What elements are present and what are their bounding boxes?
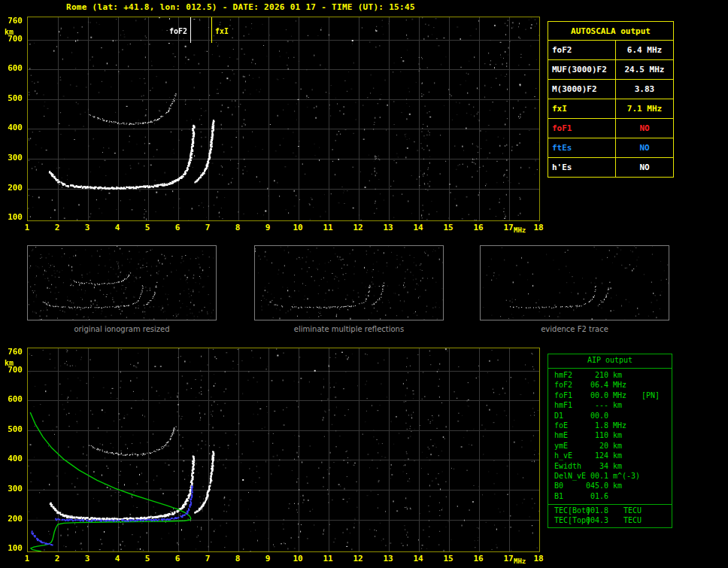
x-tick-label: 6 [170, 554, 185, 563]
x-tick-label: 16 [471, 223, 486, 232]
ionogram-plot-bottom [27, 348, 540, 552]
autoscala-row: foF1NO [548, 119, 674, 138]
aip-output-panel: AIP output hmF2210kmfoF206.4MHzfoF100.0M… [548, 354, 672, 528]
thumbnail-canvas-f2 [481, 246, 669, 320]
y-tick-label: 400 [0, 454, 23, 463]
aip-param-value: 00.0 [581, 391, 608, 399]
x-tick-label: 2 [50, 223, 65, 232]
aip-param-value: --- [581, 401, 608, 409]
aip-panel-title: AIP output [548, 354, 672, 369]
autoscala-output-table: AUTOSCALA outputfoF26.4 MHzMUF(3000)F224… [548, 21, 674, 178]
x-tick-label: 12 [350, 554, 366, 563]
aip-row: D100.0 [548, 412, 672, 421]
x-tick-label: 10 [290, 223, 305, 232]
autoscala-table-title: AUTOSCALA output [548, 22, 674, 41]
x-tick-label: 5 [140, 554, 155, 563]
x-tick-label: 4 [110, 223, 125, 232]
thumbnail-caption-cleaned: eliminate multiple reflections [254, 325, 444, 333]
x-tick-label: 5 [140, 223, 155, 232]
aip-param-value: 045.0 [581, 481, 608, 490]
aip-param-name: hmF1 [554, 401, 572, 409]
y-tick-label: 300 [0, 153, 23, 163]
aip-param-unit: m^(-3) [613, 472, 640, 480]
y-axis-unit-label: km [5, 28, 14, 36]
aip-param-name: h_vE [554, 451, 572, 460]
autoscala-row: ftEsNO [548, 138, 674, 158]
x-tick-label: 15 [441, 223, 456, 232]
y-tick-label: 500 [0, 94, 23, 103]
y-tick-label: 200 [0, 515, 23, 524]
thumbnail-f2-trace-evidence [480, 245, 669, 320]
aip-param-unit: km [613, 451, 622, 460]
autoscala-row: MUF(3000)F224.5 MHz [548, 60, 674, 80]
x-tick-label: 18 [531, 554, 546, 563]
aip-param-value: 110 [581, 431, 608, 439]
aip-param-name: hmF2 [554, 371, 572, 379]
parameter-value: 6.4 MHz [616, 41, 674, 60]
aip-param-name: foF1 [554, 391, 572, 399]
aip-param-value: 210 [581, 371, 608, 379]
thumbnail-original-ionogram [27, 245, 217, 320]
thumbnail-canvas-cleaned [255, 246, 443, 320]
aip-param-value: 34 [581, 462, 608, 470]
y-tick-label: 600 [0, 64, 23, 73]
station-date-title: Rome (lat: +41.8, lon: 012.5) - DATE: 20… [66, 2, 415, 12]
ionogram-canvas-top [28, 17, 539, 220]
x-tick-label: 11 [320, 554, 335, 563]
y-tick-label: 400 [0, 123, 23, 132]
parameter-label: foF1 [548, 119, 616, 138]
aip-param-name: hmE [554, 431, 568, 439]
aip-param-value: 06.4 [581, 381, 608, 389]
fxi-marker-label: fxI [215, 27, 229, 35]
aip-row: foF100.0MHz[PN] [548, 391, 672, 401]
autoscala-window: Rome (lat: +41.8, lon: 012.5) - DATE: 20… [0, 0, 728, 568]
aip-param-unit: MHz [613, 391, 626, 399]
aip-row: foE1.8MHz [548, 421, 672, 431]
aip-param-value: 124 [581, 451, 608, 460]
aip-tec-rows: TEC[Bot]001.8TECUTEC[Top]004.3TECU [548, 504, 672, 527]
aip-param-unit: TECU [623, 516, 642, 524]
aip-row: hmF1---km [548, 401, 672, 411]
aip-param-value: 01.6 [581, 492, 608, 500]
parameter-label: h'Es [548, 158, 616, 178]
x-tick-label: 14 [411, 223, 426, 232]
aip-param-name: foF2 [554, 381, 572, 389]
parameter-value: NO [616, 158, 674, 178]
x-axis-unit-label: MHz [514, 557, 526, 565]
aip-param-name: D1 [554, 412, 563, 420]
x-tick-label: 8 [230, 223, 245, 232]
thumbnail-caption-f2: evidence F2 trace [480, 325, 669, 333]
ionogram-canvas-bottom [28, 348, 539, 551]
aip-param-unit: km [613, 442, 622, 450]
thumbnail-multiple-reflections-removed [254, 245, 444, 320]
thumbnail-caption-original: original ionogram resized [27, 325, 217, 333]
y-tick-label: 100 [0, 213, 23, 222]
x-tick-label: 2 [50, 554, 65, 563]
parameter-value: NO [616, 138, 674, 158]
x-tick-label: 1 [20, 223, 35, 232]
y-tick-label: 300 [0, 484, 23, 494]
y-axis-unit-label: km [5, 359, 14, 367]
aip-param-unit: TECU [623, 506, 642, 515]
x-tick-label: 12 [350, 223, 366, 232]
x-tick-label: 10 [290, 554, 305, 563]
parameter-label: ftEs [548, 138, 616, 158]
x-tick-label: 1 [20, 554, 35, 563]
y-tick-label: 760 [0, 17, 23, 26]
aip-row: B0045.0km [548, 481, 672, 491]
aip-param-name: B0 [554, 481, 563, 490]
autoscala-row: foF26.4 MHz [548, 41, 674, 60]
parameter-value: 7.1 MHz [616, 99, 674, 119]
aip-param-unit: km [613, 401, 622, 409]
aip-row: ymE20km [548, 442, 672, 451]
x-tick-label: 16 [471, 554, 486, 563]
x-tick-label: 8 [230, 554, 245, 563]
aip-param-unit: MHz [613, 421, 626, 430]
aip-param-value: 00.1 [581, 472, 608, 480]
parameter-label: M(3000)F2 [548, 80, 616, 99]
fof2-marker-label: foF2 [169, 27, 187, 35]
thumbnail-canvas-original [28, 246, 216, 320]
parameter-value: 3.83 [616, 80, 674, 99]
aip-param-unit: km [613, 481, 622, 490]
x-tick-label: 13 [381, 223, 396, 232]
